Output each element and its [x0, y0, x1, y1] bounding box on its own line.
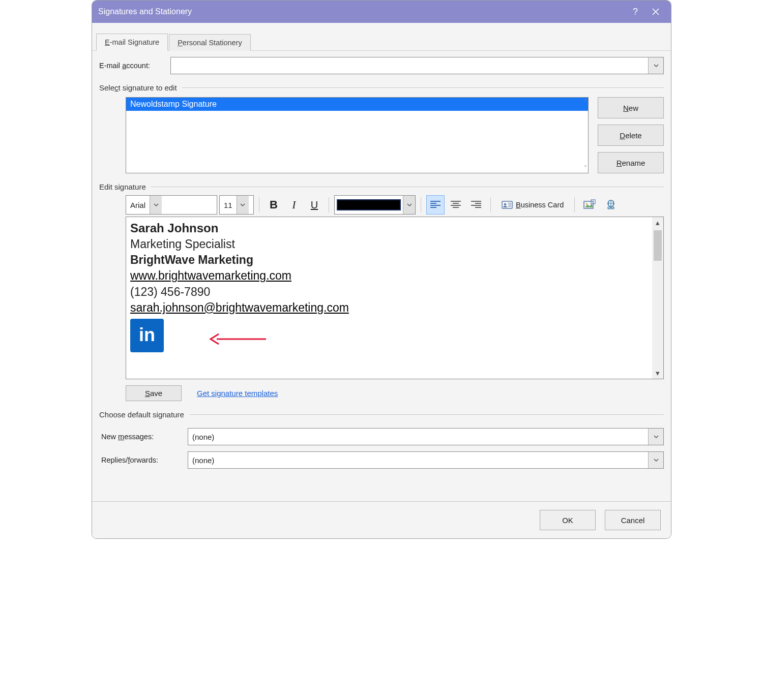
picture-icon: [583, 199, 596, 210]
font-color-swatch: [337, 199, 401, 210]
dialog-footer: OK Cancel: [92, 501, 671, 538]
align-right-button[interactable]: [467, 195, 485, 215]
font-family-dropdown[interactable]: Arial: [126, 195, 217, 215]
font-size-value: 11: [220, 200, 237, 210]
font-color-dropdown[interactable]: [334, 195, 416, 215]
bold-button[interactable]: B: [265, 195, 283, 215]
window-title: Signatures and Stationery: [98, 7, 625, 16]
hyperlink-icon: [605, 199, 617, 210]
chevron-down-icon: [648, 429, 663, 445]
chevron-down-icon: [648, 57, 663, 74]
chevron-down-icon: [407, 202, 412, 207]
editor-scrollbar[interactable]: ▴ ▾: [652, 217, 663, 379]
sig-email[interactable]: sarah.johnson@brightwavemarketing.com: [130, 301, 349, 314]
svg-point-3: [586, 203, 588, 205]
linkedin-icon[interactable]: in: [130, 319, 164, 352]
close-icon: [652, 8, 660, 16]
replies-forwards-label: Replies/forwards:: [101, 456, 188, 464]
font-family-value: Arial: [126, 200, 150, 210]
save-button[interactable]: Save: [126, 385, 182, 401]
signature-editor-content[interactable]: Sarah Johnson Marketing Specialist Brigh…: [126, 217, 663, 379]
tab-email-signature[interactable]: E-mail Signature: [96, 34, 168, 51]
dialog-body: E-mail account: Select signature to edit…: [92, 51, 671, 501]
new-messages-dropdown[interactable]: (none): [188, 428, 664, 445]
edit-signature-legend: Edit signature: [99, 182, 151, 191]
underline-button[interactable]: U: [305, 195, 324, 215]
close-button[interactable]: [645, 1, 666, 23]
email-account-dropdown[interactable]: [170, 57, 664, 74]
scroll-thumb[interactable]: [654, 230, 662, 261]
help-button[interactable]: ?: [625, 1, 645, 23]
scroll-down-icon: ˅: [584, 165, 587, 172]
rename-signature-button[interactable]: Rename: [598, 152, 664, 173]
signature-editor[interactable]: Sarah Johnson Marketing Specialist Brigh…: [126, 217, 664, 379]
chevron-down-icon: [154, 202, 159, 207]
ok-button[interactable]: OK: [540, 510, 596, 530]
email-account-value: [171, 57, 648, 74]
insert-picture-button[interactable]: [580, 195, 599, 215]
align-left-icon: [430, 200, 441, 209]
business-card-button[interactable]: Business Card: [496, 195, 569, 215]
insert-hyperlink-button[interactable]: [601, 195, 621, 215]
new-messages-value: (none): [188, 429, 648, 445]
sig-company: BrightWave Marketing: [130, 252, 659, 268]
align-center-icon: [450, 200, 461, 209]
svg-point-1: [504, 203, 506, 205]
business-card-icon: [502, 200, 513, 209]
replies-forwards-value: (none): [188, 452, 648, 468]
signatures-dialog: Signatures and Stationery ? E-mail Signa…: [92, 0, 671, 539]
scroll-down-icon: ▾: [652, 368, 663, 379]
email-account-label: E-mail account:: [99, 62, 170, 70]
align-center-button[interactable]: [447, 195, 465, 215]
titlebar: Signatures and Stationery ?: [92, 1, 671, 23]
editor-toolbar: Arial 11 B I U: [126, 195, 664, 215]
delete-signature-button[interactable]: Delete: [598, 125, 664, 146]
sig-phone: (123) 456-7890: [130, 284, 659, 300]
select-signature-legend: Select signature to edit: [99, 83, 182, 92]
sig-website[interactable]: www.brightwavemarketing.com: [130, 269, 291, 282]
signature-list-scrollbar[interactable]: ˄ ˅: [584, 99, 587, 172]
chevron-down-icon: [648, 452, 663, 468]
tab-strip: E-mail Signature Personal Stationery: [92, 23, 671, 51]
sig-name: Sarah Johnson: [130, 220, 659, 236]
replies-forwards-dropdown[interactable]: (none): [188, 451, 664, 469]
align-right-icon: [471, 200, 482, 209]
signature-list[interactable]: Newoldstamp Signature ˄ ˅: [126, 97, 589, 173]
signature-list-item[interactable]: Newoldstamp Signature: [126, 98, 588, 111]
choose-default-legend: Choose default signature: [99, 410, 189, 419]
scroll-up-icon: ˄: [584, 99, 587, 106]
font-size-dropdown[interactable]: 11: [219, 195, 254, 215]
new-messages-label: New messages:: [101, 433, 188, 441]
align-left-button[interactable]: [426, 195, 445, 215]
tab-personal-stationery[interactable]: Personal Stationery: [169, 34, 251, 51]
scroll-up-icon: ▴: [652, 217, 663, 228]
get-templates-link[interactable]: Get signature templates: [197, 389, 278, 398]
sig-role: Marketing Specialist: [130, 236, 659, 252]
cancel-button[interactable]: Cancel: [605, 510, 661, 530]
chevron-down-icon: [240, 202, 245, 207]
italic-button[interactable]: I: [285, 195, 303, 215]
new-signature-button[interactable]: New: [598, 97, 664, 118]
